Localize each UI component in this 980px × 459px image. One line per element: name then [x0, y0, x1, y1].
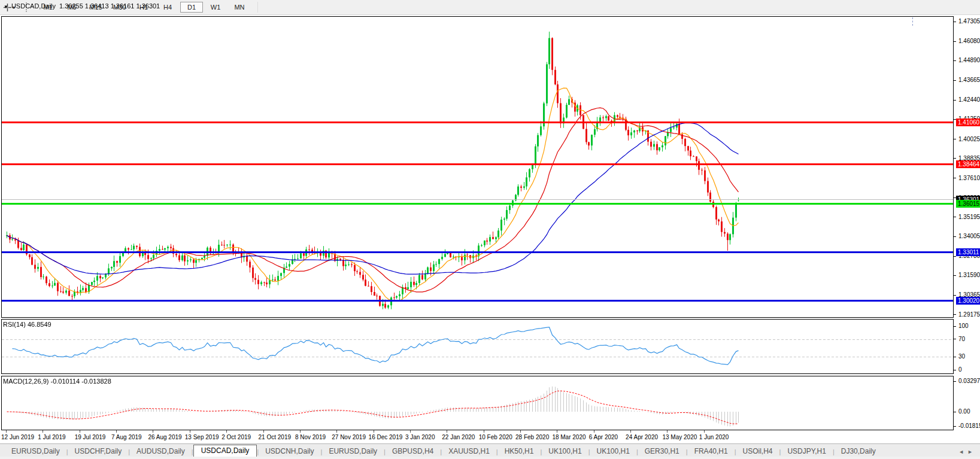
- date-tick: [80, 430, 80, 433]
- date-label: 13 Sep 2019: [185, 434, 219, 440]
- chart-tab-usdcnh-daily[interactable]: USDCNH,Daily: [259, 446, 320, 457]
- chart-tab-dj30-daily[interactable]: DJ30,Daily: [835, 446, 882, 457]
- rsi-canvas[interactable]: [2, 320, 953, 373]
- macd-canvas[interactable]: [2, 376, 953, 430]
- date-label: 16 Dec 2019: [369, 434, 403, 440]
- price-level-label: 1.30020: [956, 297, 980, 305]
- date-label: 19 Jul 2019: [75, 434, 106, 440]
- rsi-scale-label: 30: [958, 353, 965, 360]
- date-tick: [190, 430, 190, 433]
- rsi-scale-tick: [954, 357, 956, 357]
- date-tick: [447, 430, 447, 433]
- chart-tab-xauusd-h1[interactable]: XAUUSD,H1: [442, 446, 496, 457]
- date-label: 12 Jun 2019: [1, 434, 34, 440]
- timeframe-button-w1[interactable]: W1: [204, 2, 227, 13]
- chart-tab-bar: EURUSD,Daily|USDCHF,Daily|AUDUSD,Daily|U…: [0, 443, 980, 457]
- price-tick-label: 1.46080: [958, 38, 980, 44]
- chart-tab-usdjpy-h1[interactable]: USDJPY,H1: [781, 446, 832, 457]
- chart-tab-uk100-h1[interactable]: UK100,H1: [542, 446, 588, 457]
- macd-title: MACD(12,26,9) -0.010114 -0.013828: [3, 378, 111, 385]
- price-tick-label: 1.37610: [958, 175, 980, 181]
- candlestick-canvas[interactable]: [2, 17, 953, 317]
- date-tick: [520, 430, 521, 433]
- price-tick: [954, 158, 956, 159]
- date-tick: [263, 430, 264, 433]
- trading-platform-window: ▾ M1M5M15M30H1H4D1W1MN ▼USDCAD,Daily 1.3…: [0, 0, 980, 459]
- chart-tab-ger30-h1[interactable]: GER30,H1: [638, 446, 686, 457]
- chart-shift-marker: [912, 17, 914, 26]
- price-tick: [954, 139, 956, 139]
- tab-scroll-left-icon[interactable]: ◄: [958, 449, 967, 455]
- chart-tab-hk50-h1[interactable]: HK50,H1: [498, 446, 541, 457]
- date-tick: [336, 430, 337, 433]
- date-tick: [667, 430, 668, 433]
- price-level-label: 1.41060: [956, 118, 980, 126]
- date-tick: [116, 430, 117, 433]
- date-tick: [300, 430, 301, 433]
- date-label: 27 Nov 2019: [332, 434, 366, 440]
- date-label: 2 Oct 2019: [222, 434, 251, 440]
- date-tick: [630, 430, 631, 433]
- price-tick: [954, 314, 956, 315]
- price-tick-label: 1.31590: [958, 272, 980, 278]
- ohlc-values: 1.36255 1.36413 1.36161 1.36301: [59, 2, 160, 10]
- macd-scale-tick: [954, 412, 956, 412]
- date-label: 13 May 2020: [662, 434, 697, 440]
- rsi-indicator-panel[interactable]: [1, 319, 954, 374]
- tab-scroll-right-icon[interactable]: ►: [967, 449, 976, 455]
- price-tick: [954, 22, 956, 22]
- timeframe-button-mn[interactable]: MN: [228, 2, 251, 13]
- toolbar-separator: [257, 2, 258, 13]
- rsi-scale-tick: [954, 370, 956, 370]
- macd-scale-tick: [954, 381, 956, 382]
- price-chart-panel[interactable]: [1, 16, 954, 318]
- price-tick-label: 1.47305: [958, 18, 980, 25]
- price-tick: [954, 100, 956, 101]
- symbol-label: USDCAD,Daily: [11, 2, 56, 10]
- rsi-scale-label: 0: [958, 366, 962, 373]
- price-tick: [954, 217, 956, 217]
- rsi-scale-tick: [954, 339, 956, 339]
- macd-scale-label: 0.00: [958, 408, 970, 415]
- chart-tab-eurusd-daily[interactable]: EURUSD,Daily: [5, 446, 66, 457]
- macd-indicator-panel[interactable]: [1, 376, 954, 430]
- chart-tab-gbpusd-h4[interactable]: GBPUSD,H4: [386, 446, 440, 457]
- time-axis[interactable]: 12 Jun 20191 Jul 201919 Jul 20197 Aug 20…: [0, 430, 980, 443]
- price-tick-label: 1.42440: [958, 96, 980, 103]
- date-tick: [704, 430, 705, 433]
- date-label: 28 Feb 2020: [515, 434, 549, 440]
- date-tick: [6, 430, 7, 433]
- date-label: 18 Mar 2020: [552, 434, 585, 440]
- macd-scale-tick: [954, 426, 956, 427]
- date-tick: [374, 430, 374, 433]
- date-label: 8 Nov 2019: [295, 434, 326, 440]
- price-tick-label: 1.35195: [958, 214, 980, 220]
- price-level-label: 1.36015: [956, 200, 980, 208]
- chart-tab-usoil-h4[interactable]: USOil,H4: [736, 446, 779, 457]
- price-tick: [954, 236, 956, 237]
- date-label: 1 Jun 2020: [699, 434, 729, 440]
- price-axis[interactable]: 1.473051.460801.448901.436651.424401.412…: [954, 0, 980, 459]
- date-label: 6 Apr 2020: [589, 434, 618, 440]
- timeframe-button-d1[interactable]: D1: [180, 2, 203, 13]
- rsi-scale-label: 70: [958, 336, 965, 342]
- date-tick: [153, 430, 153, 433]
- date-label: 24 Apr 2020: [626, 434, 658, 440]
- date-tick: [410, 430, 411, 433]
- chart-tab-uk100-h1[interactable]: UK100,H1: [590, 446, 636, 457]
- date-tick: [557, 430, 557, 433]
- date-tick: [226, 430, 227, 433]
- chart-tab-audusd-daily[interactable]: AUDUSD,Daily: [130, 446, 192, 457]
- collapse-arrow-icon[interactable]: ▼: [4, 4, 8, 10]
- chart-tab-fra40-h1[interactable]: FRA40,H1: [688, 446, 735, 457]
- chart-tab-usdcad-daily[interactable]: USDCAD,Daily: [193, 445, 257, 457]
- chart-tab-eurusd-daily[interactable]: EURUSD,Daily: [322, 446, 384, 457]
- date-label: 1 Jul 2019: [38, 434, 65, 440]
- rsi-scale-tick: [954, 326, 956, 327]
- date-tick: [594, 430, 594, 433]
- price-tick: [954, 60, 956, 61]
- date-label: 10 Feb 2020: [479, 434, 512, 440]
- chart-tab-usdchf-daily[interactable]: USDCHF,Daily: [68, 446, 129, 457]
- date-tick: [43, 430, 43, 433]
- price-tick-label: 1.34005: [958, 233, 980, 239]
